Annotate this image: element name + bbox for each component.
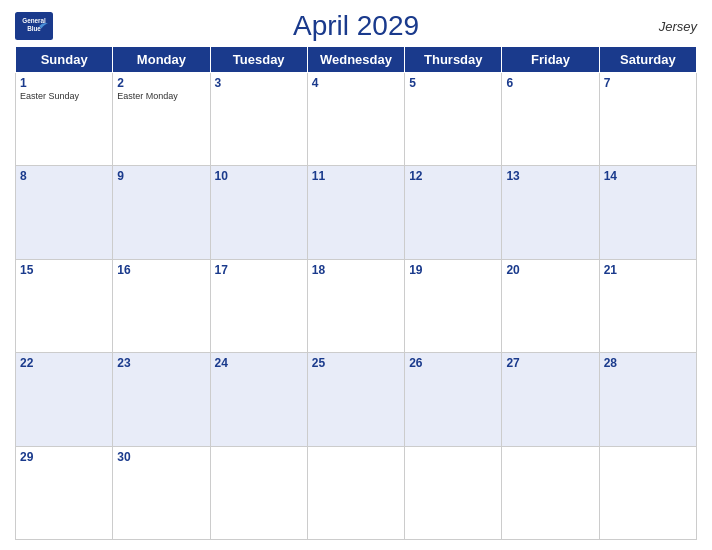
calendar-cell: 23 [113,353,210,446]
calendar-cell: 5 [405,73,502,166]
country-label: Jersey [659,19,697,34]
calendar-cell: 29 [16,446,113,539]
day-number: 27 [506,356,594,370]
calendar-cell: 7 [599,73,696,166]
calendar-cell [502,446,599,539]
calendar-cell: 21 [599,259,696,352]
calendar-cell: 3 [210,73,307,166]
day-number: 26 [409,356,497,370]
calendar-table: Sunday Monday Tuesday Wednesday Thursday… [15,46,697,540]
day-number: 23 [117,356,205,370]
col-tuesday: Tuesday [210,47,307,73]
calendar-header: General Blue April 2029 Jersey [15,10,697,42]
day-number: 18 [312,263,400,277]
day-number: 6 [506,76,594,90]
day-number: 22 [20,356,108,370]
calendar-cell: 25 [307,353,404,446]
col-friday: Friday [502,47,599,73]
calendar-cell: 30 [113,446,210,539]
col-sunday: Sunday [16,47,113,73]
day-number: 8 [20,169,108,183]
day-number: 11 [312,169,400,183]
day-number: 25 [312,356,400,370]
calendar-cell: 1Easter Sunday [16,73,113,166]
calendar-cell [210,446,307,539]
calendar-week-row: 22232425262728 [16,353,697,446]
calendar-cell [405,446,502,539]
calendar-cell: 8 [16,166,113,259]
day-number: 17 [215,263,303,277]
day-number: 9 [117,169,205,183]
day-number: 5 [409,76,497,90]
day-number: 19 [409,263,497,277]
svg-text:General: General [22,17,46,24]
calendar-cell: 22 [16,353,113,446]
calendar-cell: 17 [210,259,307,352]
calendar-cell: 10 [210,166,307,259]
calendar-cell: 14 [599,166,696,259]
col-wednesday: Wednesday [307,47,404,73]
day-number: 28 [604,356,692,370]
day-number: 3 [215,76,303,90]
calendar-cell [307,446,404,539]
calendar-cell: 11 [307,166,404,259]
day-number: 4 [312,76,400,90]
calendar-week-row: 891011121314 [16,166,697,259]
day-number: 2 [117,76,205,90]
calendar-cell: 19 [405,259,502,352]
calendar-cell: 18 [307,259,404,352]
calendar-week-row: 15161718192021 [16,259,697,352]
calendar-cell: 13 [502,166,599,259]
day-number: 7 [604,76,692,90]
calendar-cell: 28 [599,353,696,446]
day-number: 21 [604,263,692,277]
day-number: 29 [20,450,108,464]
calendar-cell: 2Easter Monday [113,73,210,166]
day-number: 16 [117,263,205,277]
col-monday: Monday [113,47,210,73]
calendar-cell: 24 [210,353,307,446]
day-number: 1 [20,76,108,90]
day-number: 15 [20,263,108,277]
holiday-label: Easter Sunday [20,91,108,101]
day-number: 10 [215,169,303,183]
calendar-cell: 9 [113,166,210,259]
calendar-week-row: 2930 [16,446,697,539]
day-number: 13 [506,169,594,183]
calendar-cell: 27 [502,353,599,446]
calendar-cell: 26 [405,353,502,446]
day-number: 14 [604,169,692,183]
calendar-cell: 20 [502,259,599,352]
calendar-cell: 15 [16,259,113,352]
calendar-cell: 4 [307,73,404,166]
calendar-cell: 16 [113,259,210,352]
calendar-cell: 6 [502,73,599,166]
col-saturday: Saturday [599,47,696,73]
day-number: 24 [215,356,303,370]
day-number: 12 [409,169,497,183]
days-header-row: Sunday Monday Tuesday Wednesday Thursday… [16,47,697,73]
calendar-cell: 12 [405,166,502,259]
holiday-label: Easter Monday [117,91,205,101]
day-number: 30 [117,450,205,464]
col-thursday: Thursday [405,47,502,73]
day-number: 20 [506,263,594,277]
generalblue-logo: General Blue [15,12,53,40]
month-title: April 2029 [293,10,419,42]
calendar-cell [599,446,696,539]
calendar-week-row: 1Easter Sunday2Easter Monday34567 [16,73,697,166]
